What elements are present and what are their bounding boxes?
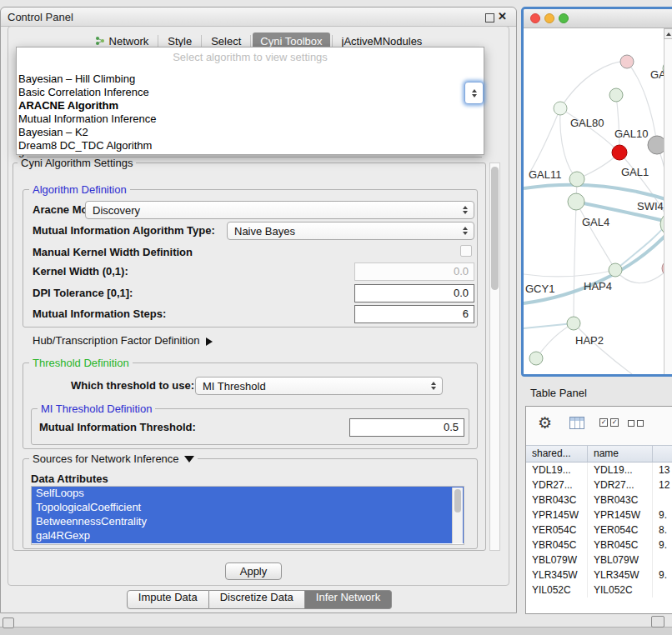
- mi-threshold-input[interactable]: 0.5: [349, 418, 464, 437]
- table-panel-window: ⚙ ✓ ✓ shared... name YDL19... YDL: [525, 406, 672, 614]
- hub-section-toggle[interactable]: Hub/Transcription Factor Definition: [33, 332, 213, 350]
- settings-scrollbar-thumb[interactable]: [491, 167, 499, 290]
- network-canvas[interactable]: GAL GAL80 GAL10 GAL11 GAL1 SWI4 GAL4 GCY…: [524, 28, 672, 374]
- cell: YER054C: [526, 522, 588, 538]
- node-label-gal80: GAL80: [570, 117, 604, 129]
- cell: YDR27...: [526, 478, 588, 492]
- tab-discretize-data[interactable]: Discretize Data: [209, 590, 305, 609]
- node-label-gal4: GAL4: [582, 216, 609, 228]
- network-graph: GAL GAL80 GAL10 GAL11 GAL1 SWI4 GAL4 GCY…: [524, 28, 672, 374]
- node-green-bottom[interactable]: [529, 352, 543, 365]
- node-label-hap4: HAP4: [584, 280, 612, 292]
- column-header-cut[interactable]: [653, 446, 672, 462]
- cell: 8.: [653, 522, 672, 538]
- kernel-width-label: Kernel Width (0,1):: [33, 262, 128, 281]
- algorithm-option[interactable]: Mutual Information Inference: [18, 112, 482, 126]
- algorithm-option[interactable]: Bayesian – K2: [18, 126, 482, 139]
- sources-legend[interactable]: Sources for Network Inference: [29, 452, 198, 465]
- column-header-shared-name[interactable]: shared...: [526, 446, 588, 462]
- hub-section-label: Hub/Transcription Factor Definition: [33, 334, 199, 347]
- scroll-up-button[interactable]: [664, 28, 672, 39]
- mi-type-select[interactable]: Naive Bayes: [227, 222, 474, 240]
- algorithm-combo-stepper[interactable]: [464, 82, 484, 104]
- settings-scrollbar-track[interactable]: [489, 162, 500, 551]
- close-icon[interactable]: ✕: [498, 10, 507, 22]
- cell: YBL079W: [588, 552, 653, 568]
- network-view-window[interactable]: GAL GAL80 GAL10 GAL11 GAL1 SWI4 GAL4 GCY…: [521, 7, 672, 377]
- gear-icon[interactable]: ⚙: [538, 413, 552, 432]
- bottom-left-panel-icon[interactable]: [3, 618, 14, 628]
- data-attributes-list[interactable]: SelfLoops TopologicalCoefficient Between…: [31, 486, 464, 545]
- column-header-name[interactable]: name: [588, 446, 653, 462]
- deselect-all-icon[interactable]: [628, 420, 644, 427]
- node-pink-top[interactable]: [620, 55, 634, 68]
- stepper-down-icon: [472, 94, 477, 98]
- table-row[interactable]: YDR27... YDR27... 12: [526, 478, 672, 492]
- table-row[interactable]: YER054C YER054C 8.: [526, 522, 672, 538]
- node-green[interactable]: [609, 88, 623, 102]
- network-vertical-scrollbar[interactable]: [664, 28, 672, 374]
- chevron-right-icon: [206, 338, 213, 346]
- table-row[interactable]: YBR045C YBR045C 9.: [526, 538, 672, 552]
- table-row[interactable]: YLR345W YLR345W 9.: [526, 568, 672, 582]
- network-window-titlebar[interactable]: [524, 9, 672, 28]
- kernel-width-input[interactable]: 0.0: [354, 262, 474, 281]
- attributes-scrollbar-thumb[interactable]: [454, 489, 461, 512]
- attribute-item-selected[interactable]: BetweennessCentrality: [32, 515, 464, 529]
- table-panel-title: Table Panel: [530, 387, 587, 399]
- bottom-right-panel-icon[interactable]: [651, 616, 664, 628]
- attribute-item-selected[interactable]: TopologicalCoefficient: [32, 501, 464, 515]
- node-hap4[interactable]: [609, 263, 622, 277]
- sources-legend-label: Sources for Network Inference: [33, 452, 179, 465]
- window-minimize-button[interactable]: [544, 13, 554, 23]
- node-gal80[interactable]: [554, 102, 567, 115]
- node-gal4[interactable]: [568, 193, 584, 210]
- window-title: Control Panel: [8, 11, 73, 23]
- cell: YBR045C: [588, 538, 653, 552]
- mi-type-label: Mutual Information Algorithm Type:: [33, 222, 215, 240]
- attribute-item-selected[interactable]: gal4RGexp: [32, 529, 464, 543]
- manual-kernel-checkbox[interactable]: [460, 245, 472, 257]
- algorithm-option[interactable]: Bayesian – Hill Climbing: [18, 72, 482, 86]
- table-row[interactable]: YIL052C YIL052C: [526, 582, 672, 598]
- cell: [653, 492, 672, 508]
- window-close-button[interactable]: [530, 13, 540, 23]
- apply-button[interactable]: Apply: [225, 562, 282, 580]
- algorithm-option[interactable]: Dream8 DC_TDC Algorithm: [18, 139, 482, 152]
- node-gal1[interactable]: [569, 172, 584, 187]
- cell: 13: [653, 462, 672, 478]
- attribute-item-selected[interactable]: SelfLoops: [32, 487, 464, 501]
- mi-threshold-legend: MI Threshold Definition: [38, 402, 155, 415]
- cell: YLR345W: [588, 568, 653, 582]
- empty-box-icon: [628, 420, 634, 427]
- tab-infer-network[interactable]: Infer Network: [305, 590, 392, 609]
- table-row[interactable]: YDL19... YDL19... 13: [526, 462, 672, 478]
- mi-steps-input[interactable]: 6: [354, 305, 474, 323]
- table-row[interactable]: YPR145W YPR145W 9.: [526, 508, 672, 522]
- algorithm-option[interactable]: Basic Correlation Inference: [18, 86, 482, 99]
- tab-separator: [332, 35, 333, 47]
- cell: YBR045C: [526, 538, 588, 552]
- which-threshold-select[interactable]: MI Threshold: [195, 377, 443, 395]
- node-hap2[interactable]: [567, 317, 580, 330]
- algorithm-option[interactable]: ARACNE Algorithm: [18, 99, 482, 112]
- table-row[interactable]: YBL079W YBL079W: [526, 552, 672, 568]
- control-panel-titlebar[interactable]: Control Panel ✕: [1, 8, 516, 27]
- cell: YER054C: [588, 522, 653, 538]
- node-label-swi4: SWI4: [637, 200, 664, 212]
- node-label-gcy1: GCY1: [525, 282, 554, 295]
- dpi-tolerance-input[interactable]: 0.0: [354, 284, 474, 302]
- tab-separator: [250, 35, 251, 47]
- window-zoom-button[interactable]: [559, 13, 569, 23]
- algorithm-placeholder: Select algorithm to view settings: [17, 51, 484, 63]
- column-selector-icon[interactable]: [569, 417, 584, 429]
- threshold-definition-legend: Threshold Definition: [29, 357, 133, 369]
- select-all-icon[interactable]: ✓ ✓: [599, 418, 619, 427]
- table-row[interactable]: YBR043C YBR043C: [526, 492, 672, 508]
- algorithm-list: Bayesian – Hill Climbing Basic Correlati…: [18, 72, 482, 152]
- aracne-mode-select[interactable]: Discovery: [85, 201, 474, 219]
- attributes-scrollbar-track[interactable]: [452, 488, 463, 543]
- node-red-selected[interactable]: [612, 145, 627, 160]
- tab-impute-data[interactable]: Impute Data: [127, 590, 209, 609]
- float-window-icon[interactable]: [485, 13, 494, 22]
